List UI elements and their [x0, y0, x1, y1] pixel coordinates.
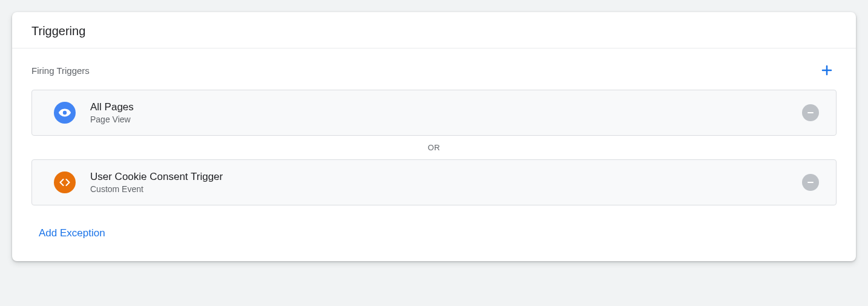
card-header: Triggering: [12, 12, 856, 48]
triggering-card: Triggering Firing Triggers All Pages Pag…: [12, 12, 856, 261]
remove-trigger-button[interactable]: [802, 174, 819, 191]
minus-icon: [806, 178, 815, 187]
trigger-type: Page View: [90, 115, 787, 124]
card-title: Triggering: [31, 24, 837, 38]
trigger-content: User Cookie Consent Trigger Custom Event: [90, 171, 787, 194]
or-separator: OR: [31, 136, 837, 159]
svg-point-0: [63, 111, 67, 115]
trigger-row-all-pages[interactable]: All Pages Page View: [31, 90, 837, 136]
trigger-name: All Pages: [90, 101, 787, 113]
custom-event-icon: [54, 171, 76, 193]
remove-trigger-button[interactable]: [802, 104, 819, 121]
minus-icon: [806, 108, 815, 118]
add-exception-button[interactable]: Add Exception: [39, 222, 105, 244]
card-body: Firing Triggers All Pages Page View: [12, 48, 856, 261]
add-trigger-button[interactable]: [817, 61, 837, 80]
trigger-row-cookie-consent[interactable]: User Cookie Consent Trigger Custom Event: [31, 159, 837, 205]
firing-triggers-label: Firing Triggers: [31, 65, 90, 76]
trigger-content: All Pages Page View: [90, 101, 787, 124]
plus-icon: [820, 63, 834, 78]
trigger-type: Custom Event: [90, 184, 787, 194]
trigger-name: User Cookie Consent Trigger: [90, 171, 787, 183]
firing-triggers-header: Firing Triggers: [31, 61, 837, 80]
page-view-icon: [54, 102, 76, 124]
